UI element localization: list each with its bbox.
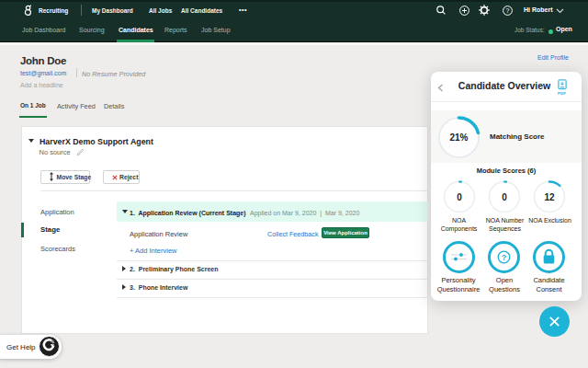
svg-text:21%: 21% xyxy=(449,132,468,143)
svg-text:?: ? xyxy=(506,7,510,14)
svg-text:?: ? xyxy=(501,252,505,261)
svg-text:12: 12 xyxy=(544,191,555,201)
svg-text:0: 0 xyxy=(457,191,462,201)
svg-text:0: 0 xyxy=(502,191,507,201)
